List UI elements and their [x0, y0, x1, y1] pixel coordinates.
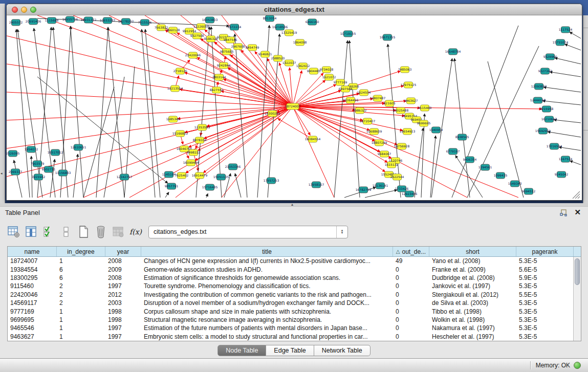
network-node[interactable]: 2967608: [231, 43, 245, 50]
network-node[interactable]: 1117524: [559, 27, 573, 33]
table-cell[interactable]: Genome-wide association studies in ADHD.: [141, 266, 393, 273]
table-cell[interactable]: Tibbo et al. (1998): [429, 308, 516, 315]
network-node[interactable]: 9875685: [220, 49, 234, 55]
network-node[interactable]: 9242844: [217, 62, 231, 69]
table-cell[interactable]: 1997: [105, 333, 141, 340]
network-node[interactable]: 2522544: [390, 174, 404, 180]
column-header-out_de[interactable]: △out_de...: [393, 247, 429, 256]
network-node[interactable]: 9245042: [555, 171, 569, 178]
network-node[interactable]: 18931372: [81, 17, 97, 23]
network-node[interactable]: 1145194: [162, 171, 176, 178]
network-node[interactable]: 13325419: [281, 30, 297, 36]
network-node[interactable]: 19654923: [400, 128, 416, 135]
network-node[interactable]: 6779197: [446, 148, 460, 155]
show-columns-icon[interactable]: [25, 225, 38, 238]
network-node[interactable]: 8186328: [204, 36, 218, 42]
network-node[interactable]: 9329966: [543, 54, 557, 60]
network-node[interactable]: 1099435: [494, 172, 508, 179]
network-node[interactable]: 1640954: [429, 127, 443, 133]
table-cell[interactable]: 1998: [105, 308, 141, 315]
table-cell[interactable]: 0: [393, 274, 429, 281]
table-cell[interactable]: 2003: [105, 299, 141, 307]
table-cell[interactable]: 6: [57, 274, 105, 281]
table-cell[interactable]: 0: [393, 282, 429, 290]
network-node[interactable]: 16955726: [62, 16, 78, 23]
network-node[interactable]: 12610651: [71, 144, 86, 150]
table-cell[interactable]: 6: [57, 266, 105, 273]
table-cell[interactable]: Nakamura et al. (1997): [429, 324, 516, 332]
table-mode-icon[interactable]: [7, 225, 20, 238]
tab-node-table[interactable]: Node Table: [217, 345, 266, 356]
network-node[interactable]: 10025488: [393, 107, 409, 114]
network-node[interactable]: 15716485: [202, 184, 218, 190]
table-cell[interactable]: 5.3E-5: [516, 333, 574, 340]
network-node[interactable]: 9463627: [404, 98, 418, 104]
network-node[interactable]: 1621072: [322, 74, 336, 80]
select-all-icon[interactable]: [42, 225, 55, 238]
table-row[interactable]: 1830029562008Estimation of significance …: [8, 274, 581, 282]
network-node[interactable]: 16914479: [192, 172, 208, 179]
delete-column-icon[interactable]: [94, 225, 107, 238]
network-node[interactable]: 1362612: [296, 63, 310, 69]
table-cell[interactable]: 1: [57, 333, 105, 340]
network-node[interactable]: 12342757: [117, 174, 133, 180]
table-cell[interactable]: Corpus callosum shape and size in male p…: [141, 308, 393, 315]
deselect-all-icon[interactable]: [59, 225, 73, 238]
network-node[interactable]: 8427552: [210, 87, 224, 93]
table-cell[interactable]: Franke et al. (2009): [429, 266, 516, 273]
network-node[interactable]: 7485063: [398, 67, 412, 73]
table-cell[interactable]: Tourette syndrome. Phenomenology and cla…: [141, 282, 393, 290]
table-cell[interactable]: 0: [393, 308, 429, 315]
table-row[interactable]: 946362711997Embryonic stem cells: a mode…: [8, 333, 581, 341]
column-header-title[interactable]: title: [141, 247, 393, 256]
network-node[interactable]: 9115460: [418, 105, 432, 111]
network-node[interactable]: 17975125: [401, 82, 417, 88]
table-cell[interactable]: 2008: [105, 257, 141, 265]
table-selector-dropdown[interactable]: citations_edges.txt ▲▼: [148, 226, 348, 238]
network-node[interactable]: 9227343: [538, 68, 552, 74]
network-node[interactable]: 8938545: [455, 134, 469, 140]
network-node[interactable]: 11156883: [55, 170, 71, 176]
network-node[interactable]: 21053346: [225, 164, 241, 170]
network-node[interactable]: 19218586: [272, 24, 288, 30]
network-node[interactable]: 16671355: [380, 34, 396, 40]
table-cell[interactable]: 2: [57, 291, 105, 298]
vertical-scrollbar[interactable]: [573, 257, 581, 341]
left-panel-divider[interactable]: ◂: [0, 4, 5, 203]
network-node[interactable]: 1322037: [282, 60, 296, 66]
memory-status-icon[interactable]: [574, 362, 581, 369]
table-cell[interactable]: Yano et al. (2008): [429, 257, 516, 265]
network-node[interactable]: 15278202: [118, 18, 134, 25]
table-row[interactable]: 1456911722003Disruption of a novel membe…: [8, 299, 581, 307]
table-cell[interactable]: 0: [393, 324, 429, 332]
table-cell[interactable]: 0: [393, 333, 429, 340]
network-node[interactable]: 621605: [384, 100, 396, 106]
network-node[interactable]: 20691406: [26, 18, 41, 25]
scrollbar-thumb[interactable]: [575, 258, 580, 285]
network-node[interactable]: 8215958: [540, 106, 554, 112]
close-window-icon[interactable]: [12, 7, 18, 13]
network-node[interactable]: 8572234: [228, 24, 242, 30]
network-node[interactable]: 8454749: [246, 45, 259, 51]
network-node[interactable]: 16720407: [360, 118, 376, 124]
function-builder-icon[interactable]: f(x): [129, 225, 142, 238]
network-node[interactable]: 9660128: [166, 27, 180, 33]
network-node[interactable]: 1615132: [385, 162, 399, 168]
network-node[interactable]: 22420046: [185, 52, 201, 58]
table-cell[interactable]: Disruption of a novel member of a sodium…: [141, 299, 393, 307]
table-cell[interactable]: 0: [393, 299, 429, 307]
delete-table-icon[interactable]: [112, 225, 125, 238]
column-header-in_degree[interactable]: in_degree: [57, 247, 105, 256]
table-cell[interactable]: 5.3E-5: [516, 257, 574, 265]
network-node[interactable]: 17957253: [264, 178, 279, 184]
network-node[interactable]: 15051135: [213, 174, 229, 180]
network-node[interactable]: 9498222: [187, 149, 201, 156]
network-node[interactable]: 9684067: [378, 151, 391, 157]
table-cell[interactable]: Investigating the contribution of common…: [141, 291, 393, 298]
network-node[interactable]: 1649343: [508, 181, 522, 187]
table-cell[interactable]: Hescheler et al. (1997): [429, 333, 516, 340]
network-node[interactable]: 6497568: [339, 86, 353, 92]
float-window-icon[interactable]: [559, 209, 568, 217]
table-row[interactable]: 1872400712008Changes of HCN gene express…: [8, 257, 581, 265]
table-cell[interactable]: 2008: [105, 274, 141, 281]
